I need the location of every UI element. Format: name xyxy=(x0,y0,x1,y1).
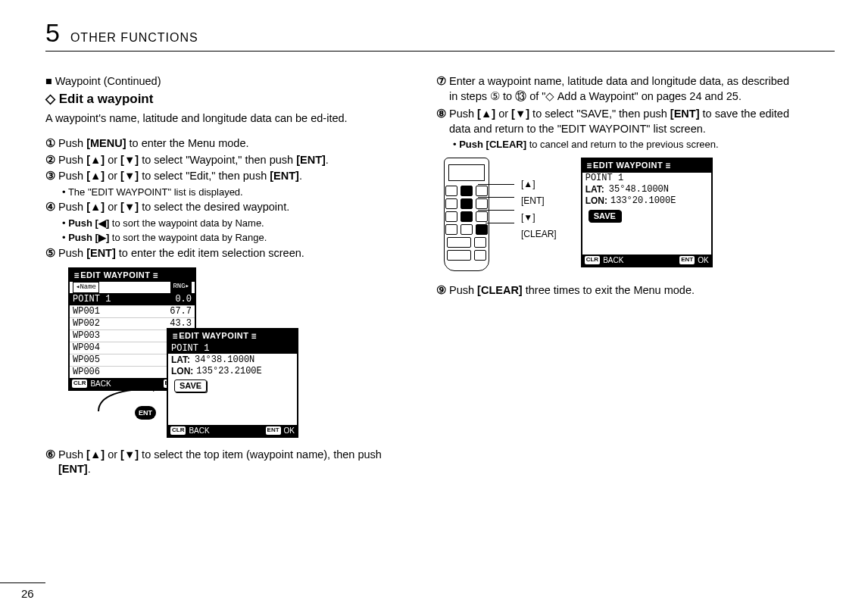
step-1-text: Push [MENU] to enter the Menu mode. xyxy=(58,137,248,149)
lcd3-line0: POINT 1 xyxy=(582,173,711,184)
step-3-sub: • The "EDIT WAYPOINT" list is displayed. xyxy=(62,186,409,199)
step-9-text: Push [CLEAR] three times to exit the Men… xyxy=(449,283,695,298)
step-5: ⑤ Push [ENT] to enter the edit item sele… xyxy=(45,246,409,261)
section-continued: ■ Waypoint (Continued) xyxy=(45,74,409,89)
step-2: ② Push [▲] or [▼] to select "Waypoint," … xyxy=(45,153,409,168)
list-row-0: POINT 10.0 xyxy=(70,294,195,306)
sub-heading-text: Edit a waypoint xyxy=(59,92,154,106)
diamond-icon: ◇ xyxy=(45,92,55,106)
ent-chip-icon: ENT xyxy=(135,406,156,420)
step-4-sub-a: • Push [◀] to sort the waypoint data by … xyxy=(62,217,409,230)
steps-list-left: ① Push [MENU] to enter the Menu mode. ② … xyxy=(45,136,409,261)
two-column-layout: ■ Waypoint (Continued) ◇ Edit a waypoint… xyxy=(45,74,835,477)
list-row-1: WP00167.7 xyxy=(70,306,195,318)
step-6-text: Push [▲] or [▼] to select the top item (… xyxy=(58,448,409,477)
page-number: 26 xyxy=(21,587,34,600)
step-8-sub: • Push [CLEAR] to cancel and return to t… xyxy=(453,138,800,151)
step-8: ⑧ Push [▲] or [▼] to select "SAVE," then… xyxy=(436,107,800,136)
chapter-number: 5 xyxy=(45,18,60,48)
lcd-save-screen: ≡ EDIT WAYPOINT ≡ POINT 1 LAT:35°48.1000… xyxy=(581,158,713,268)
save-button-highlighted: SAVE xyxy=(589,210,621,223)
step-5-text: Push [ENT] to enter the edit item select… xyxy=(58,247,304,259)
label-clear: [CLEAR] xyxy=(521,226,557,242)
down-key-icon xyxy=(461,211,473,222)
intro-text: A waypoint's name, latitude and longitud… xyxy=(45,111,409,126)
chapter-title: OTHER FUNCTIONS xyxy=(70,31,198,45)
range-sort-tab: RNG▸ xyxy=(170,282,192,292)
step-8-text: Push [▲] or [▼] to select "SAVE," then p… xyxy=(449,107,800,136)
lcd3-line1: LAT:35°48.1000N xyxy=(582,184,711,195)
lcd2-footer: CLRBACK ENTOK xyxy=(168,425,297,437)
step-2-text: Push [▲] or [▼] to select "Waypoint," th… xyxy=(58,154,329,166)
up-key-icon xyxy=(461,186,473,196)
step-4-sub-b: • Push [▶] to sort the waypoint data by … xyxy=(62,231,409,245)
lcd2-line1: LAT:34°38.1000N xyxy=(168,354,297,365)
lcd3-footer: CLRBACK ENTOK xyxy=(582,255,711,267)
step-1: ① Push [MENU] to enter the Menu mode. xyxy=(45,136,409,151)
step-6: ⑥ Push [▲] or [▼] to select the top item… xyxy=(45,448,409,477)
lcd1-header-row: ◂Name RNG▸ xyxy=(70,282,195,293)
lcd1-title: ≡ EDIT WAYPOINT ≡ xyxy=(70,269,195,283)
page: 5 OTHER FUNCTIONS ■ Waypoint (Continued)… xyxy=(0,0,868,609)
step-3: ③ Push [▲] or [▼] to select "Edit," then… xyxy=(45,169,409,184)
lcd2-line2: LON:135°23.2100E xyxy=(168,365,297,376)
step-7-text: Enter a waypoint name, latitude data and… xyxy=(449,74,800,104)
step-4-text: Push [▲] or [▼] to select the desired wa… xyxy=(58,201,289,213)
step-7: ⑦ Enter a waypoint name, latitude data a… xyxy=(436,74,800,104)
key-labels: [▲] [ENT] [▼] [CLEAR] xyxy=(521,158,557,242)
step-4: ④ Push [▲] or [▼] to select the desired … xyxy=(45,200,409,215)
name-sort-tab: ◂Name xyxy=(73,282,99,292)
lcd3-save-row: SAVE xyxy=(582,207,711,226)
label-ent: [ENT] xyxy=(521,192,557,209)
ent-key-icon xyxy=(461,198,473,209)
step-9: ⑨ Push [CLEAR] three times to exit the M… xyxy=(436,283,800,298)
lcd2-line0: POINT 1 xyxy=(168,342,297,354)
radio-illustration xyxy=(444,158,512,271)
step-3-text: Push [▲] or [▼] to select "Edit," then p… xyxy=(58,170,302,182)
label-up: [▲] xyxy=(521,176,557,192)
lcd2-title: ≡ EDIT WAYPOINT ≡ xyxy=(168,329,297,343)
lcd3-title: ≡ EDIT WAYPOINT ≡ xyxy=(582,159,711,173)
left-column: ■ Waypoint (Continued) ◇ Edit a waypoint… xyxy=(45,74,409,477)
sub-heading: ◇ Edit a waypoint xyxy=(45,91,409,108)
figure-lcd-pair: ≡ EDIT WAYPOINT ≡ ◂Name RNG▸ POINT 10.0 … xyxy=(68,267,409,442)
clear-key-icon xyxy=(476,224,488,235)
label-down: [▼] xyxy=(521,209,557,226)
figure-device-and-lcd: [▲] [ENT] [▼] [CLEAR] ≡ EDIT WAYPOINT ≡ … xyxy=(444,158,800,271)
lcd3-line2: LON:133°20.1000E xyxy=(582,195,711,207)
right-column: ⑦ Enter a waypoint name, latitude data a… xyxy=(436,74,800,477)
chapter-header: 5 OTHER FUNCTIONS xyxy=(45,18,835,52)
